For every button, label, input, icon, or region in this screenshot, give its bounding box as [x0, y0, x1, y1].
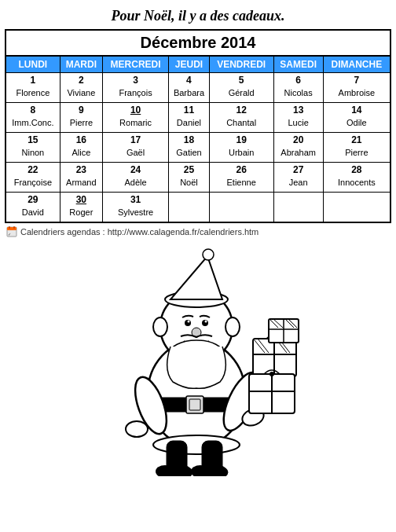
calendar-day: 20Abraham	[273, 133, 323, 163]
day-saint-name: David	[7, 207, 59, 218]
calendar-day: 25Noël	[169, 163, 209, 193]
day-saint-name: Florence	[7, 87, 59, 98]
day-saint-name: Alice	[61, 147, 101, 158]
day-saint-name: Innocents	[324, 177, 389, 188]
day-saint-name: Gatien	[170, 147, 207, 158]
day-number: 8	[7, 105, 59, 117]
day-number: 11	[170, 105, 207, 117]
calendar-day: 4Barbara	[169, 73, 209, 103]
calendar-day: 2Viviane	[60, 73, 102, 103]
day-saint-name: Françoise	[7, 177, 59, 188]
calendar-day: 18Gatien	[169, 133, 209, 163]
svg-point-23	[203, 249, 214, 260]
day-number: 4	[170, 75, 207, 87]
day-saint-name: Gérald	[211, 87, 273, 98]
calendar-day: 29David	[6, 193, 60, 222]
calendar-header: DIMANCHE	[323, 56, 390, 73]
day-number: 22	[7, 164, 59, 177]
day-saint-name: Sylvestre	[104, 207, 167, 218]
day-saint-name: Daniel	[170, 117, 207, 128]
calendar-day: 23Armand	[60, 163, 102, 193]
calendar-header: MARDI	[60, 56, 102, 73]
day-saint-name: Viviane	[61, 87, 101, 98]
svg-rect-2	[9, 226, 10, 229]
day-number: 3	[104, 75, 167, 87]
day-number: 24	[104, 164, 167, 177]
day-number: 21	[324, 134, 389, 147]
day-number: 6	[275, 75, 322, 87]
calendar-day: 13Lucie	[273, 103, 323, 133]
svg-text:✓: ✓	[8, 232, 11, 237]
day-number: 26	[211, 164, 273, 177]
day-saint-name: Lucie	[275, 117, 322, 128]
calendar-header: MERCREDI	[102, 56, 168, 73]
day-saint-name: Noël	[170, 177, 207, 188]
svg-point-30	[153, 317, 167, 336]
calendar-day: 15Ninon	[6, 133, 60, 163]
day-saint-name: Barbara	[170, 87, 207, 98]
svg-rect-3	[13, 226, 15, 229]
svg-point-26	[188, 320, 190, 322]
day-number: 9	[61, 105, 101, 117]
day-number: 12	[211, 105, 273, 117]
calendar-day	[169, 193, 209, 222]
day-number: 16	[61, 134, 101, 147]
calendar-day	[209, 193, 273, 222]
day-saint-name: Odile	[324, 117, 389, 128]
calendar-header: LUNDI	[6, 56, 60, 73]
day-saint-name: Gaël	[104, 147, 167, 158]
svg-point-43	[270, 372, 274, 376]
day-number: 27	[275, 164, 322, 177]
calendar-day: 1Florence	[6, 73, 60, 103]
day-number: 29	[7, 194, 59, 207]
day-saint-name: Ambroise	[324, 87, 389, 98]
day-number: 13	[275, 105, 322, 117]
santa-illustration	[0, 240, 396, 486]
calendar-day: 21Pierre	[323, 133, 390, 163]
day-saint-name: Roger	[61, 207, 101, 218]
day-saint-name: Nicolas	[275, 87, 322, 98]
day-saint-name: Imm.Conc.	[7, 117, 59, 128]
calendar-day: 11Daniel	[169, 103, 209, 133]
calendar-header: VENDREDI	[209, 56, 273, 73]
day-saint-name: Armand	[61, 177, 101, 188]
calendar-day: 24Adèle	[102, 163, 168, 193]
calendar-day: 26Etienne	[209, 163, 273, 193]
day-number: 19	[211, 134, 273, 147]
day-number: 30	[76, 194, 86, 207]
day-number: 31	[104, 194, 167, 207]
calendar-day: 30Roger	[60, 193, 102, 222]
svg-marker-22	[170, 256, 222, 299]
day-number: 15	[7, 134, 59, 147]
calendar-day: 16Alice	[60, 133, 102, 163]
calendar-day: 17Gaël	[102, 133, 168, 163]
calendar-day: 12Chantal	[209, 103, 273, 133]
svg-rect-1	[7, 227, 16, 230]
day-saint-name: François	[104, 87, 167, 98]
day-saint-name: Pierre	[61, 117, 101, 128]
day-saint-name: Ninon	[7, 147, 59, 158]
svg-point-27	[205, 320, 207, 322]
calendar-day: 5Gérald	[209, 73, 273, 103]
svg-point-12	[126, 421, 148, 437]
svg-point-31	[226, 317, 240, 336]
day-saint-name: Romaric	[104, 117, 167, 128]
calendar-day: 27Jean	[273, 163, 323, 193]
calendar-day: 10Romaric	[102, 103, 168, 133]
calendar-day: 6Nicolas	[273, 73, 323, 103]
day-saint-name: Chantal	[211, 117, 273, 128]
calendar-header: SAMEDI	[273, 56, 323, 73]
page-title: Pour Noël, il y a des cadeaux.	[0, 0, 396, 29]
day-number: 17	[104, 134, 167, 147]
day-number: 28	[324, 164, 389, 177]
calendar-day: 9Pierre	[60, 103, 102, 133]
day-saint-name: Pierre	[324, 147, 389, 158]
day-number: 23	[61, 164, 101, 177]
day-number: 20	[275, 134, 322, 147]
calendar-title: Décembre 2014	[5, 29, 391, 55]
calendar-day: 19Urbain	[209, 133, 273, 163]
day-number: 5	[211, 75, 273, 87]
day-number: 10	[130, 105, 141, 117]
calendar-icon: ✓	[6, 226, 17, 237]
day-number: 2	[61, 75, 101, 87]
